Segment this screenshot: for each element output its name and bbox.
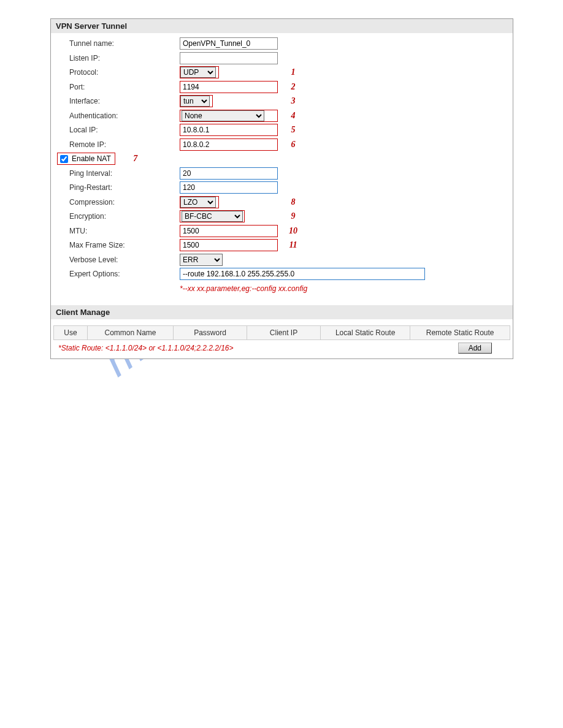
marker-9: 9 (284, 211, 302, 221)
mtu-label: MTU: (69, 227, 180, 235)
interface-field: tun (180, 95, 213, 107)
interface-select[interactable]: tun (180, 96, 210, 107)
client-table: Use Common Name Password Client IP Local… (53, 325, 510, 340)
client-manage-header: Client Manage (51, 305, 513, 319)
protocol-select[interactable]: UDP (180, 67, 216, 78)
config-panel: VPN Server Tunnel Tunnel name: Listen IP… (50, 18, 513, 359)
remote-ip-label: Remote IP: (69, 140, 180, 149)
tunnel-name-input[interactable] (180, 37, 278, 50)
marker-11: 11 (284, 240, 302, 250)
port-input[interactable] (180, 81, 278, 93)
enable-nat-checkbox[interactable] (60, 155, 68, 163)
local-ip-input[interactable] (180, 124, 278, 136)
marker-10: 10 (284, 226, 302, 236)
col-client-ip: Client IP (247, 325, 321, 339)
client-table-header-row: Use Common Name Password Client IP Local… (54, 325, 510, 339)
interface-label: Interface: (69, 97, 180, 105)
client-manage-section: Client Manage Use Common Name Password C… (51, 305, 513, 358)
port-label: Port: (69, 83, 180, 91)
marker-5: 5 (284, 125, 302, 135)
vpn-form: Tunnel name: Listen IP: Protocol: UDP 1 … (51, 33, 513, 299)
ping-interval-input[interactable] (180, 167, 278, 180)
col-common-name: Common Name (88, 325, 174, 339)
expert-options-input[interactable] (180, 268, 425, 280)
local-ip-label: Local IP: (69, 126, 180, 134)
add-button[interactable]: Add (458, 343, 492, 354)
col-remote-static-route: Remote Static Route (410, 325, 510, 339)
marker-3: 3 (284, 96, 302, 106)
max-frame-size-input[interactable] (180, 239, 278, 251)
enable-nat-label: Enable NAT (72, 154, 111, 163)
col-password: Password (174, 325, 247, 339)
marker-4: 4 (284, 111, 302, 121)
verbose-level-select[interactable]: ERR (180, 254, 223, 266)
vpn-server-tunnel-header: VPN Server Tunnel (51, 19, 513, 33)
marker-6: 6 (284, 140, 302, 150)
tunnel-name-label: Tunnel name: (69, 39, 180, 48)
compression-select[interactable]: LZO (180, 197, 216, 208)
authentication-select[interactable]: None (182, 110, 264, 121)
static-route-hint: *Static Route: <1.1.1.0/24> or <1.1.1.0/… (58, 344, 234, 352)
compression-field: LZO (180, 196, 219, 208)
expert-options-hint: *--xx xx.parameter,eg:--config xx.config (180, 282, 510, 293)
marker-8: 8 (284, 197, 302, 207)
marker-2: 2 (284, 82, 302, 92)
marker-1: 1 (284, 67, 302, 77)
encryption-select[interactable]: BF-CBC (182, 211, 243, 222)
expert-options-label: Expert Options: (69, 270, 180, 278)
encryption-field: BF-CBC (180, 210, 245, 222)
authentication-label: Authentication: (69, 112, 180, 120)
ping-interval-label: Ping Interval: (69, 169, 180, 178)
listen-ip-label: Listen IP: (69, 54, 180, 63)
col-local-static-route: Local Static Route (321, 325, 410, 339)
ping-restart-input[interactable] (180, 181, 278, 194)
protocol-field: UDP (180, 66, 219, 78)
marker-7: 7 (126, 154, 145, 164)
mtu-input[interactable] (180, 225, 278, 237)
max-frame-size-label: Max Frame Size: (69, 241, 180, 249)
protocol-label: Protocol: (69, 68, 180, 77)
verbose-level-label: Verbose Level: (69, 256, 180, 264)
enable-nat-field: Enable NAT (57, 153, 115, 165)
col-use: Use (54, 325, 88, 339)
encryption-label: Encryption: (69, 212, 180, 221)
ping-restart-label: Ping-Restart: (69, 183, 180, 192)
compression-label: Compression: (69, 198, 180, 207)
authentication-field: None (180, 110, 278, 122)
remote-ip-input[interactable] (180, 138, 278, 151)
listen-ip-input[interactable] (180, 52, 278, 64)
